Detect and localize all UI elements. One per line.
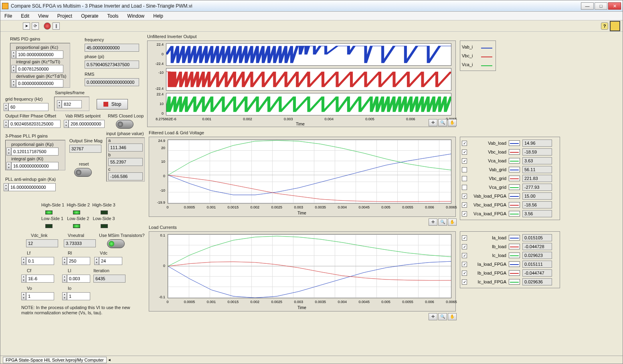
chart2[interactable]: 24.9 20 10 0 -10 -19.9 00.00050.0010.001… (149, 137, 456, 217)
legend-swatch[interactable] (509, 253, 520, 258)
lf-spin[interactable]: ▲▼ (21, 257, 26, 265)
ti-input[interactable]: 0.00781250000 (16, 65, 63, 73)
legend-swatch[interactable] (509, 279, 520, 285)
chart1-pan-tool[interactable]: ✋ (448, 119, 457, 126)
legend-checkbox[interactable] (462, 167, 467, 172)
chart2-cursor-tool[interactable]: ✛ (429, 218, 437, 226)
legend-swatch[interactable] (509, 176, 520, 181)
kc-spin[interactable]: ▲▼ (11, 51, 16, 59)
legend-swatch[interactable] (509, 140, 520, 146)
legend-checkbox[interactable]: ✓ (462, 141, 467, 146)
ofpo-spin[interactable]: ▲▼ (4, 120, 8, 128)
chart3[interactable]: 0.1 0 -0.1 00.00050.0010.00150.0020.0025… (149, 231, 456, 311)
legend-swatch[interactable] (509, 270, 520, 276)
legend-swatch[interactable] (509, 235, 520, 241)
menu-help[interactable]: Help (152, 12, 165, 20)
maximize-button[interactable]: □ (595, 2, 607, 10)
rl-input[interactable]: 250 (67, 257, 90, 265)
vo-input[interactable]: 1 (26, 292, 54, 300)
legend-swatch[interactable] (509, 244, 520, 249)
legend-swatch[interactable] (509, 167, 520, 172)
rms-closed-switch[interactable] (116, 120, 134, 129)
samples-spin[interactable]: ▲▼ (57, 100, 62, 108)
minimize-button[interactable]: — (581, 2, 594, 10)
pll-kp-spin[interactable]: ▲▼ (6, 148, 11, 156)
chart3-cursor-tool[interactable]: ✛ (429, 313, 437, 320)
legend-checkbox[interactable]: ✓ (462, 194, 467, 199)
legend-checkbox[interactable]: ✓ (462, 271, 467, 276)
vi-icon[interactable] (610, 21, 620, 31)
legend-checkbox[interactable]: ✓ (462, 158, 467, 164)
menu-window[interactable]: Window (126, 12, 146, 20)
pll-ki-spin[interactable]: ▲▼ (6, 162, 11, 170)
kc-input[interactable]: 100.00000000000 (16, 51, 63, 59)
vdc-input[interactable]: 24 (99, 257, 122, 265)
abort-button[interactable] (44, 22, 51, 30)
msim-switch[interactable] (107, 239, 125, 248)
io-input[interactable]: 1 (67, 292, 90, 300)
chart1-cursor-tool[interactable]: ✛ (429, 119, 437, 126)
chart1-zoom-tool[interactable]: 🔍 (438, 119, 447, 126)
menu-edit[interactable]: Edit (19, 12, 31, 20)
legend-swatch[interactable] (509, 202, 520, 208)
legend-checkbox[interactable]: ✓ (462, 279, 467, 285)
menu-view[interactable]: View (36, 12, 50, 20)
grid-freq-input[interactable]: 60 (8, 103, 49, 111)
pll-kp-input[interactable]: 0.120117187500 (11, 148, 59, 156)
chart2-pan-tool[interactable]: ✋ (448, 218, 457, 226)
ofpo-input[interactable]: 0.9024658203125000 (8, 120, 61, 128)
stop-button[interactable]: Stop (97, 99, 128, 109)
close-button[interactable]: ✕ (608, 2, 621, 10)
menu-file[interactable]: File (3, 12, 14, 20)
rl-spin[interactable]: ▲▼ (62, 257, 67, 265)
menu-tools[interactable]: Tools (106, 12, 120, 20)
chart1[interactable]: 22.4 0 -22.4 -10 -22.4 22.4 10 0 (147, 40, 456, 127)
vab-set-spin[interactable]: ▲▼ (64, 120, 69, 128)
menu-operate[interactable]: Operate (79, 12, 100, 20)
help-icon[interactable]: ? (601, 22, 608, 30)
vab-set-input[interactable]: 208.000000000 (69, 120, 105, 128)
legend-checkbox[interactable]: ✓ (462, 150, 467, 155)
cf-spin[interactable]: ▲▼ (21, 275, 26, 283)
ll-input[interactable]: 0.003 (67, 275, 90, 283)
grid-freq-spin[interactable]: ▲▼ (4, 103, 8, 111)
legend-checkbox[interactable] (462, 176, 467, 181)
ti-spin[interactable]: ▲▼ (11, 65, 16, 73)
reset-switch[interactable] (74, 168, 92, 177)
legend-checkbox[interactable]: ✓ (462, 202, 467, 208)
pll-ki-input[interactable]: 16.000000000000 (11, 162, 59, 170)
c1-leg-1-sw[interactable] (481, 57, 492, 57)
io-spin[interactable]: ▲▼ (62, 292, 67, 300)
c1-leg-2-sw[interactable] (481, 65, 492, 66)
run-button[interactable]: ➤ (23, 22, 30, 30)
chart3-pan-tool[interactable]: ✋ (448, 313, 457, 320)
legend-checkbox[interactable]: ✓ (462, 211, 467, 216)
vo-spin[interactable]: ▲▼ (21, 292, 26, 300)
td-spin[interactable]: ▲▼ (11, 79, 16, 87)
legend-swatch[interactable] (509, 261, 520, 267)
legend-swatch[interactable] (509, 184, 520, 190)
legend-checkbox[interactable]: ✓ (462, 262, 467, 267)
ll-spin[interactable]: ▲▼ (62, 275, 67, 283)
legend-checkbox[interactable]: ✓ (462, 244, 467, 249)
legend-checkbox[interactable]: ✓ (462, 253, 467, 258)
chart3-zoom-tool[interactable]: 🔍 (438, 313, 447, 320)
legend-swatch[interactable] (509, 211, 520, 216)
legend-swatch[interactable] (509, 158, 520, 164)
legend-checkbox[interactable]: ✓ (462, 235, 467, 241)
legend-checkbox[interactable] (462, 185, 467, 190)
pause-button[interactable]: ∥ (53, 22, 60, 30)
menu-project[interactable]: Project (56, 12, 74, 20)
samples-input[interactable]: 832 (62, 100, 82, 108)
c1-leg-0-sw[interactable] (481, 48, 492, 49)
lf-input[interactable]: 0.1 (26, 257, 54, 265)
run-cont-button[interactable]: ⟳ (32, 22, 39, 30)
vdc-spin[interactable]: ▲▼ (94, 257, 99, 265)
pll-aw-spin[interactable]: ▲▼ (4, 183, 8, 191)
scroll-left-icon[interactable]: ◂ (108, 357, 111, 362)
legend-swatch[interactable] (509, 193, 520, 199)
legend-swatch[interactable] (509, 149, 520, 155)
pll-aw-input[interactable]: 16.000000000000 (8, 183, 56, 191)
chart2-zoom-tool[interactable]: 🔍 (438, 218, 447, 226)
cf-input[interactable]: 1E-6 (26, 275, 54, 283)
